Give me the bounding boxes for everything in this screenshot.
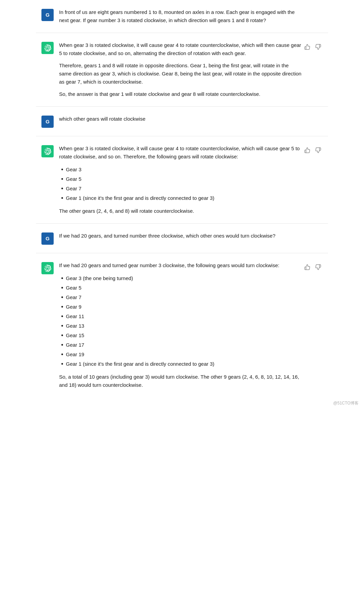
list-item: Gear 5 [59, 174, 302, 184]
message-block: GIn front of us are eight gears numbered… [36, 0, 328, 33]
avatar [41, 42, 54, 54]
gear-list: Gear 3 (the one being turned)Gear 5Gear … [59, 274, 302, 369]
message-block: When gear 3 is rotated clockwise, it wil… [36, 136, 328, 224]
feedback-buttons [303, 42, 323, 51]
after-list-text: So, a total of 10 gears (including gear … [59, 373, 302, 389]
list-item: Gear 9 [59, 302, 302, 312]
after-list-text: The other gears (2, 4, 6, and 8) will ro… [59, 207, 302, 215]
list-item: Gear 11 [59, 312, 302, 321]
list-item: Gear 17 [59, 340, 302, 350]
avatar: G [41, 232, 54, 245]
assistant-paragraph: Therefore, gears 1 and 8 will rotate in … [59, 62, 302, 86]
list-item: Gear 15 [59, 331, 302, 340]
message-content: If we had 20 gears and turned gear numbe… [59, 261, 323, 389]
assistant-paragraph: If we had 20 gears and turned gear numbe… [59, 261, 302, 270]
avatar: G [41, 9, 54, 21]
list-item: Gear 3 (the one being turned) [59, 274, 302, 283]
feedback-buttons [303, 146, 323, 155]
message-block: If we had 20 gears and turned gear numbe… [36, 253, 328, 397]
thumbs-down-button[interactable] [314, 146, 323, 155]
list-item: Gear 7 [59, 184, 302, 193]
avatar: G [41, 116, 54, 128]
list-item: Gear 5 [59, 283, 302, 293]
message-content: When gear 3 is rotated clockwise, it wil… [59, 41, 323, 98]
message-block: When gear 3 is rotated clockwise, it wil… [36, 33, 328, 107]
list-item: Gear 19 [59, 350, 302, 359]
message-content: In front of us are eight gears numbered … [59, 8, 323, 24]
avatar [41, 145, 54, 157]
message-block: Gwhich other gears will rotate clockwise [36, 107, 328, 136]
feedback-buttons [303, 263, 323, 272]
thumbs-up-button[interactable] [303, 146, 312, 155]
list-item: Gear 13 [59, 321, 302, 331]
chat-container: GIn front of us are eight gears numbered… [36, 0, 328, 397]
user-message-text: which other gears will rotate clockwise [59, 115, 302, 123]
gear-list: Gear 3Gear 5Gear 7Gear 1 (since it's the… [59, 165, 302, 203]
message-content: When gear 3 is rotated clockwise, it wil… [59, 144, 323, 215]
thumbs-down-button[interactable] [314, 42, 323, 51]
avatar [41, 262, 54, 274]
watermark: @51CTO博客 [0, 397, 364, 409]
message-content: which other gears will rotate clockwise [59, 115, 323, 123]
thumbs-up-button[interactable] [303, 263, 312, 272]
message-content: If we had 20 gears, and turned number th… [59, 232, 323, 240]
assistant-paragraph: So, the answer is that gear 1 will rotat… [59, 90, 302, 98]
thumbs-down-button[interactable] [314, 263, 323, 272]
list-item: Gear 1 (since it's the first gear and is… [59, 359, 302, 369]
list-item: Gear 7 [59, 293, 302, 302]
user-message-text: If we had 20 gears, and turned number th… [59, 232, 302, 240]
message-block: GIf we had 20 gears, and turned number t… [36, 224, 328, 253]
user-message-text: In front of us are eight gears numbered … [59, 8, 302, 24]
list-item: Gear 3 [59, 165, 302, 174]
list-item: Gear 1 (since it's the first gear and is… [59, 193, 302, 203]
assistant-paragraph: When gear 3 is rotated clockwise, it wil… [59, 144, 302, 161]
thumbs-up-button[interactable] [303, 42, 312, 51]
assistant-paragraph: When gear 3 is rotated clockwise, it wil… [59, 41, 302, 57]
